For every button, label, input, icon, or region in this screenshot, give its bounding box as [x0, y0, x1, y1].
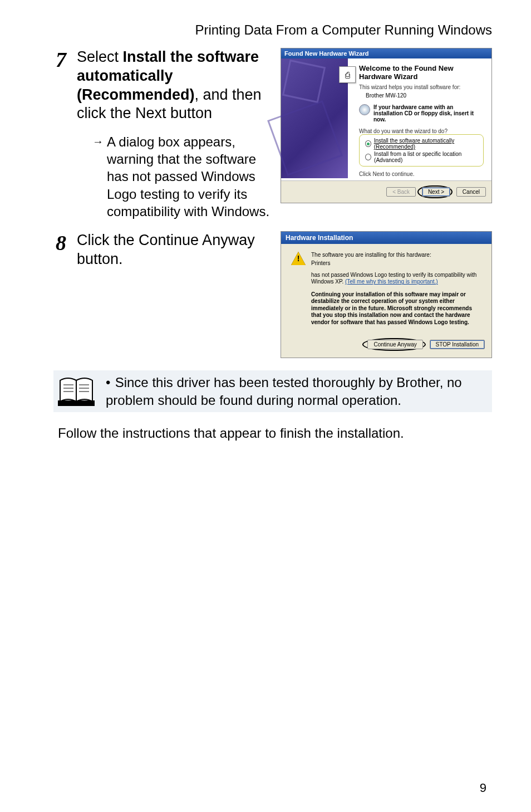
book-icon	[57, 374, 96, 408]
continue-anyway-button[interactable]: Continue Anyway	[367, 340, 422, 349]
note-content: Since this driver has been tested thorou…	[106, 375, 462, 407]
hwinst-compat: has not passed Windows Logo testing to v…	[311, 272, 481, 286]
next-button-highlight: Next >	[417, 185, 453, 198]
wizard-opt2-label: Install from a list or specific location…	[374, 151, 481, 163]
wizard-click-next: Click Next to continue.	[359, 171, 484, 177]
back-button: < Back	[386, 187, 416, 197]
wizard-cd-text: If your hardware came with an installati…	[373, 104, 484, 123]
hwinst-warning-paragraph: Continuing your installation of this sof…	[311, 291, 481, 326]
wizard-side-graphic: ⎙	[281, 58, 348, 178]
step-7-body: Select Install the software automaticall…	[77, 48, 281, 220]
radio-unselected-icon	[365, 154, 371, 160]
arrow-icon: →	[92, 134, 104, 149]
step-8-number: 8	[56, 232, 77, 253]
wizard-opt1-label: Install the software automatically (Reco…	[374, 138, 481, 150]
cd-icon	[359, 104, 370, 115]
cancel-button[interactable]: Cancel	[456, 187, 486, 197]
wizard-screenshot: Found New Hardware Wizard ⎙ Welcome to t…	[281, 48, 492, 203]
note-box: • Since this driver has been tested thor…	[53, 370, 492, 412]
next-button[interactable]: Next >	[422, 187, 450, 197]
hwinst-line2: Printers	[311, 260, 431, 266]
svg-rect-0	[58, 400, 95, 406]
wizard-question: What do you want the wizard to do?	[359, 128, 484, 134]
wizard-opt-advanced[interactable]: Install from a list or specific location…	[365, 151, 481, 163]
step-7-number: 7	[56, 49, 77, 70]
wizard-heading: Welcome to the Found New Hardware Wizard	[359, 64, 484, 81]
follow-instructions: Follow the instructions that appear to f…	[58, 424, 492, 442]
page-header: Printing Data From a Computer Running Wi…	[56, 22, 492, 38]
hwinst-line1: The software you are installing for this…	[311, 252, 431, 258]
wizard-intro: This wizard helps you install software f…	[359, 84, 484, 90]
step-8-text: Click the Continue Anyway button.	[77, 232, 255, 267]
hwinst-compat-link[interactable]: (Tell me why this testing is important.)	[345, 278, 438, 285]
step-8-body: Click the Continue Anyway button.	[77, 231, 281, 269]
note-text: • Since this driver has been tested thor…	[106, 374, 486, 408]
warning-icon: !	[291, 252, 306, 265]
radio-selected-icon	[365, 140, 371, 147]
hwinst-titlebar: Hardware Installation	[281, 232, 491, 244]
wizard-titlebar: Found New Hardware Wizard	[281, 48, 491, 58]
wizard-opt-auto[interactable]: Install the software automatically (Reco…	[365, 138, 481, 150]
step-7-sublist: → A dialog box appears, warning that the…	[77, 133, 274, 220]
hwinst-screenshot: Hardware Installation ! The software you…	[281, 231, 492, 359]
step-7-sub-text: A dialog box appears, warning that the s…	[107, 134, 269, 219]
continue-button-highlight: Continue Anyway	[362, 338, 425, 351]
stop-installation-button[interactable]: STOP Installation	[430, 340, 485, 349]
step-8: 8 Click the Continue Anyway button. Hard…	[56, 231, 492, 359]
device-icon: ⎙	[339, 66, 356, 83]
step-7-pre: Select	[77, 48, 123, 65]
wizard-device: Brother MW-120	[366, 92, 484, 99]
page-number: 9	[480, 781, 486, 795]
step-7: 7 Select Install the software automatica…	[56, 48, 492, 220]
